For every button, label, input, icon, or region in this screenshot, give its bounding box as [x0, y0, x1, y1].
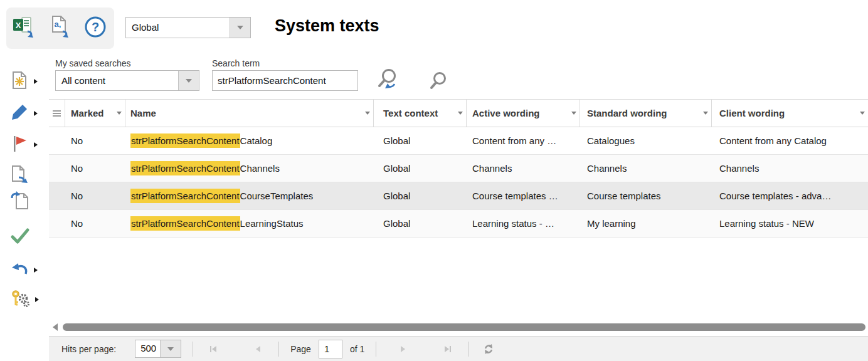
column-header-text-context[interactable]: Text context: [374, 100, 467, 127]
toolbar: X a,: [6, 8, 114, 49]
separator: [278, 342, 279, 357]
search-button[interactable]: [429, 70, 452, 95]
filter-caret-icon[interactable]: [571, 112, 576, 115]
refresh-button[interactable]: [480, 340, 497, 358]
chevron-down-icon: [237, 26, 243, 29]
chevron-down-icon: [186, 79, 192, 83]
scope-select-arrow-button[interactable]: [230, 18, 250, 38]
search-repeat-button[interactable]: [376, 66, 405, 98]
scope-select[interactable]: Global: [125, 17, 251, 38]
top-bar: X a,: [0, 0, 868, 56]
flyout-arrow-icon: [35, 297, 39, 302]
chevron-down-icon: [167, 347, 174, 351]
column-header-active-wording[interactable]: Active wording: [467, 100, 580, 127]
previous-page-button[interactable]: [250, 340, 267, 358]
cell-name: strPlatformSearchContentCatalog: [125, 127, 374, 154]
menu-icon: [53, 110, 61, 117]
excel-export-button[interactable]: X: [11, 14, 39, 42]
highlighted-term: strPlatformSearchContent: [130, 189, 240, 203]
scope-select-value: Global: [126, 18, 230, 38]
text-export-icon: a,: [48, 14, 73, 42]
column-menu-button[interactable]: [49, 100, 65, 127]
last-page-icon: [443, 344, 453, 354]
hits-per-page-arrow-button[interactable]: [160, 340, 181, 357]
last-page-button[interactable]: [439, 340, 457, 358]
hits-per-page-select[interactable]: 500: [135, 340, 181, 358]
separator: [193, 342, 193, 357]
saved-searches-arrow-button[interactable]: [178, 71, 199, 90]
sidebar-item-approve[interactable]: [10, 227, 30, 248]
sidebar-item-permissions[interactable]: [10, 288, 39, 311]
column-header-marked[interactable]: Marked: [65, 100, 125, 127]
highlighted-term: strPlatformSearchContent: [130, 216, 240, 231]
horizontal-scrollbar[interactable]: [53, 322, 865, 332]
cell-client-wording: Course templates - adva…: [712, 182, 868, 209]
hits-per-page-label: Hits per page:: [61, 344, 116, 354]
cell-active-wording: Content from any …: [467, 127, 580, 154]
pagination-bar: Hits per page: 500 Page of 1: [49, 336, 868, 361]
svg-text:?: ?: [92, 20, 99, 34]
cell-standard-wording: Channels: [580, 155, 712, 182]
cell-standard-wording: Course templates: [580, 182, 712, 209]
filter-caret-icon[interactable]: [703, 112, 708, 115]
page-title: System texts: [275, 16, 379, 36]
undo-arrow-icon: [10, 259, 29, 281]
sidebar-item-mark[interactable]: [10, 134, 38, 155]
cell-marked: No: [65, 155, 125, 182]
sidebar: [0, 56, 49, 361]
cell-text-context: Global: [374, 155, 467, 182]
sidebar-item-new-entry[interactable]: [10, 71, 38, 92]
page-number-input[interactable]: [319, 340, 342, 358]
flyout-arrow-icon: [34, 142, 38, 147]
highlighted-term: strPlatformSearchContent: [130, 161, 240, 175]
separator: [468, 342, 468, 357]
filter-caret-icon[interactable]: [458, 112, 463, 115]
text-export-button[interactable]: a,: [46, 14, 74, 42]
filter-caret-icon[interactable]: [365, 112, 370, 115]
flag-icon: [10, 134, 29, 155]
cell-active-wording: Channels: [467, 155, 580, 182]
column-header-client-wording[interactable]: Client wording: [712, 100, 868, 127]
saved-searches-select[interactable]: All content: [55, 70, 199, 91]
scroll-left-arrow-icon[interactable]: [53, 323, 58, 331]
cell-text-context: Global: [374, 182, 467, 209]
help-button[interactable]: ?: [82, 14, 109, 42]
search-term-label: Search term: [212, 58, 260, 68]
table-row[interactable]: No strPlatformSearchContentLearningStatu…: [49, 210, 868, 238]
table-row[interactable]: No strPlatformSearchContentChannels Glob…: [49, 155, 868, 182]
first-page-icon: [208, 344, 218, 354]
page-label: Page: [290, 344, 311, 354]
cell-name: strPlatformSearchContentCourseTemplates: [125, 182, 374, 209]
filter-caret-icon[interactable]: [860, 112, 865, 115]
system-texts-window: X a,: [0, 0, 868, 361]
cell-marked: No: [65, 127, 125, 154]
sidebar-item-export-document[interactable]: [10, 165, 30, 187]
previous-page-icon: [254, 345, 263, 353]
sidebar-item-undo[interactable]: [10, 259, 38, 281]
table-header: Marked Name Text context Active wording …: [49, 99, 868, 127]
sidebar-item-import-document[interactable]: [10, 191, 30, 214]
svg-text:a,: a,: [55, 19, 61, 29]
column-header-name[interactable]: Name: [125, 100, 374, 127]
excel-export-icon: X: [12, 14, 38, 42]
cell-active-wording: Learning status - …: [467, 210, 580, 237]
table-row[interactable]: No strPlatformSearchContentCatalog Globa…: [49, 127, 868, 155]
search-term-input[interactable]: [212, 70, 358, 91]
saved-searches-value: All content: [56, 71, 178, 90]
sidebar-item-edit[interactable]: [10, 103, 38, 124]
column-header-standard-wording[interactable]: Standard wording: [580, 100, 712, 127]
table-row[interactable]: No strPlatformSearchContentCourseTemplat…: [49, 182, 868, 210]
search-repeat-icon: [376, 66, 405, 98]
saved-searches-label: My saved searches: [55, 58, 131, 68]
document-import-icon: [10, 191, 30, 214]
content: My saved searches Search term All conten…: [49, 56, 868, 361]
cell-text-context: Global: [374, 127, 467, 154]
next-page-icon: [398, 345, 407, 353]
scrollbar-thumb[interactable]: [63, 323, 865, 331]
filter-caret-icon[interactable]: [117, 112, 122, 115]
separator: [376, 342, 376, 357]
first-page-button[interactable]: [204, 340, 222, 358]
cell-standard-wording: My learning: [580, 210, 712, 237]
page-count-label: of 1: [350, 344, 364, 354]
next-page-button[interactable]: [394, 340, 411, 358]
